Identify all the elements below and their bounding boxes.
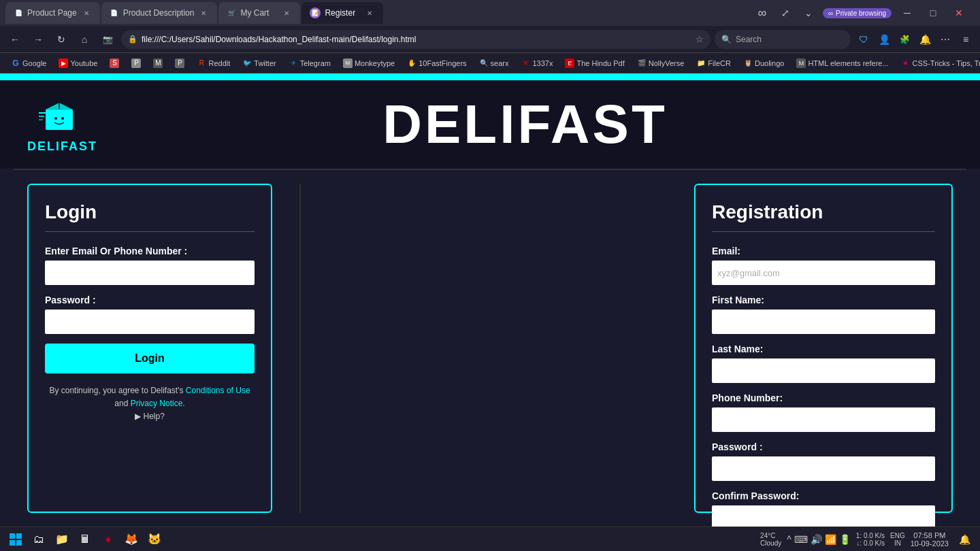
home-button[interactable]: ⌂ — [75, 30, 94, 49]
tab-label-1: Product Page — [27, 8, 77, 18]
up-arrow-icon[interactable]: ^ — [787, 534, 791, 545]
notification-bell-icon: 🔔 — [959, 534, 970, 545]
search-placeholder: Search — [736, 35, 762, 44]
login-button[interactable]: Login — [45, 344, 255, 373]
start-button[interactable] — [5, 529, 26, 550]
bookmark-filecr[interactable]: 📁 FileCR — [691, 57, 736, 69]
site-title: DELIFAST — [382, 93, 668, 156]
monkeytype-favicon: M — [343, 59, 353, 68]
reg-confirm-password-input[interactable] — [712, 505, 935, 527]
tab-close-4[interactable]: ✕ — [364, 7, 375, 18]
speaker-icon[interactable]: 🔊 — [811, 534, 822, 545]
login-form-card: Login Enter Email Or Phone Number : Pass… — [27, 184, 272, 513]
bookmark-reddit[interactable]: R Reddit — [191, 57, 235, 69]
reg-firstname-label: First Name: — [712, 295, 935, 305]
private-browsing-badge: ∞ Private browsing — [823, 8, 892, 18]
wifi-icon[interactable]: 📶 — [825, 534, 836, 545]
bookmark-html-ref[interactable]: M HTML elements refere... — [791, 57, 894, 69]
app-6-icon: 🐱 — [148, 533, 161, 546]
extension-icon[interactable]: 🧩 — [896, 31, 913, 48]
close-button[interactable]: ✕ — [949, 5, 969, 20]
reg-phone-input[interactable] — [712, 407, 935, 432]
screenshot-button[interactable]: 📷 — [98, 30, 117, 49]
bookmark-searx[interactable]: 🔍 searx — [474, 57, 514, 69]
tab-close-2[interactable]: ✕ — [198, 7, 209, 18]
bookmark-twitter[interactable]: 🐦 Twitter — [237, 57, 281, 69]
more-tools-icon[interactable]: ⋯ — [936, 31, 954, 48]
tab-product-page[interactable]: 📄 Product Page ✕ — [5, 2, 100, 24]
expand-icon[interactable]: ⤢ — [777, 4, 794, 22]
diamond-icon: ♦ — [105, 533, 111, 546]
maximize-button[interactable]: □ — [923, 5, 943, 20]
profile-icon[interactable]: 👤 — [875, 31, 893, 48]
bookmark-m[interactable]: M — [148, 57, 168, 69]
tab-product-desc[interactable]: 📄 Product Description ✕ — [101, 2, 218, 24]
forward-button[interactable]: → — [29, 30, 48, 49]
file-explorer-button[interactable]: 🗂 — [29, 529, 49, 550]
conditions-link[interactable]: Conditions of Use — [186, 386, 250, 395]
bookmark-searx-label: searx — [491, 59, 509, 67]
reg-lastname-input[interactable] — [712, 358, 935, 383]
app-icon-6[interactable]: 🐱 — [144, 529, 165, 550]
privacy-link[interactable]: Privacy Notice. — [131, 399, 185, 408]
bookmark-nollyverse[interactable]: 🎬 NollyVerse — [632, 57, 690, 69]
pd-favicon: P — [175, 59, 184, 68]
bookmark-youtube[interactable]: ▶ Youtube — [53, 57, 103, 69]
bookmark-10fastfingers[interactable]: ✋ 10FastFingers — [402, 57, 472, 69]
bookmark-nollyverse-label: NollyVerse — [649, 59, 685, 67]
diamond-app-button[interactable]: ♦ — [98, 529, 118, 550]
time-info[interactable]: 07:58 PM 10-09-2023 — [911, 531, 949, 548]
file-manager-button[interactable]: 📁 — [52, 529, 72, 550]
bookmark-s[interactable]: S — [104, 57, 125, 69]
weather-temp: 24°C — [760, 532, 775, 539]
notification-icon[interactable]: 🔔 — [916, 31, 934, 48]
tab-register[interactable]: 📝 Register ✕ — [301, 2, 383, 24]
bookmark-google[interactable]: G Google — [5, 57, 52, 69]
bookmark-css-tricks-label: CSS-Tricks - Tips, Trick... — [913, 59, 980, 67]
back-button[interactable]: ← — [5, 30, 24, 49]
tab-close-3[interactable]: ✕ — [281, 7, 292, 18]
bookmark-1337x[interactable]: ✕ 1337x — [515, 57, 558, 69]
bookmark-duolingo[interactable]: 🦉 Duolingo — [738, 57, 789, 69]
svg-rect-9 — [10, 533, 15, 539]
cyan-strip — [0, 73, 980, 80]
infinity-icon[interactable]: ∞ — [753, 4, 771, 22]
language-region: ENG IN — [890, 532, 905, 547]
minimize-button[interactable]: ─ — [897, 5, 917, 20]
tabs-area: 📄 Product Page ✕ 📄 Product Description ✕… — [5, 2, 751, 24]
clock-time: 07:58 PM — [913, 531, 945, 539]
tab-label-3: My Cart — [240, 8, 269, 18]
tab-close-1[interactable]: ✕ — [81, 7, 92, 18]
bookmark-pd[interactable]: P — [169, 57, 190, 69]
bookmark-hindu[interactable]: E The Hindu Pdf — [559, 57, 630, 69]
bookmark-html-ref-label: HTML elements refere... — [808, 59, 888, 67]
bookmark-css-tricks[interactable]: ★ CSS-Tricks - Tips, Trick... — [896, 57, 980, 69]
reg-firstname-input[interactable] — [712, 310, 935, 334]
bookmark-p[interactable]: P — [126, 57, 146, 69]
bookmark-star-icon[interactable]: ☆ — [696, 34, 704, 44]
search-bar[interactable]: 🔍 Search — [715, 30, 851, 49]
calculator-button[interactable]: 🖩 — [75, 529, 95, 550]
tab-favicon-4: 📝 — [310, 7, 321, 18]
firefox-button[interactable]: 🦊 — [121, 529, 142, 550]
reg-email-input[interactable] — [712, 261, 935, 285]
password-input[interactable] — [45, 310, 255, 334]
notification-center[interactable]: 🔔 — [954, 529, 975, 550]
menu-icon[interactable]: ≡ — [957, 31, 975, 48]
keyboard-icon[interactable]: ⌨ — [794, 534, 808, 545]
bookmark-monkeytype[interactable]: M Monkeytype — [338, 57, 400, 69]
site-header: DELIFAST DELIFAST — [0, 80, 980, 169]
email-label: Enter Email Or Phone Number : — [45, 246, 255, 256]
reg-confirm-password-label: Confirm Password: — [712, 490, 935, 501]
email-input[interactable] — [45, 261, 255, 285]
shield-icon[interactable]: 🛡 — [855, 31, 872, 48]
registration-form-card: Registration Email: First Name: Last Nam… — [694, 184, 953, 513]
chevron-down-icon[interactable]: ⌄ — [800, 4, 817, 22]
reload-button[interactable]: ↻ — [52, 30, 71, 49]
bookmark-telegram[interactable]: ✈ Telegram — [283, 57, 336, 69]
tab-my-cart[interactable]: 🛒 My Cart ✕ — [218, 2, 300, 24]
address-bar[interactable]: 🔒 file:///C:/Users/Sahil/Downloads/Hacka… — [121, 30, 710, 49]
bookmark-duolingo-label: Duolingo — [755, 59, 784, 67]
help-link[interactable]: ▶ Help? — [135, 412, 165, 421]
reg-password-input[interactable] — [712, 456, 935, 481]
